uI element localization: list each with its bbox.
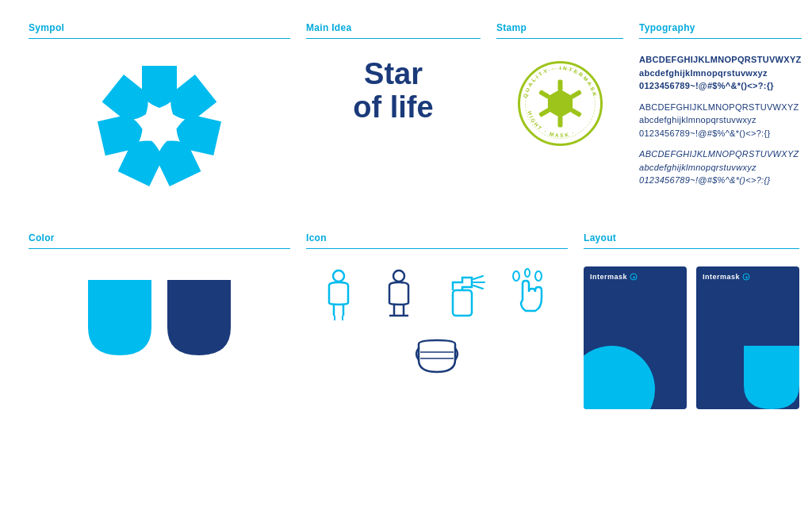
- typo-regular-nums: 0123456789~!@#$%^&*()<>?:{}: [639, 127, 802, 140]
- typo-bold-nums: 0123456789~!@#$%^&*()<>?:{}: [639, 79, 802, 93]
- typo-bold-lower: abcdefghijklmnopqrstuvwxyz: [639, 67, 802, 80]
- icon-label: Icon: [306, 232, 568, 243]
- star-of-life-text: Star of life: [353, 58, 433, 125]
- typography-label: Typography: [639, 22, 802, 33]
- layout-card-2-brand: Intermask: [703, 273, 740, 281]
- svg-marker-2: [547, 90, 572, 118]
- layout-card-1-circle: [584, 346, 655, 409]
- symbol-label: Sympol: [29, 22, 290, 33]
- typo-italic-nums: 0123456789~!@#$%^&*()<>?:{}: [639, 174, 802, 187]
- svg-text:✦: ✦: [632, 275, 636, 280]
- typo-bold-upper: ABCDEFGHIJKLMNOPQRSTUVWXYZ: [639, 53, 802, 67]
- svg-rect-8: [538, 90, 550, 99]
- typo-italic-lower: abcdefghijklmnopqrstuvwxyz: [639, 161, 802, 174]
- navy-shield: [163, 276, 235, 359]
- main-idea-area: Star of life: [306, 50, 481, 140]
- layout-card-2: Intermask ✦: [696, 266, 799, 409]
- brand-star-icon-1: ✦: [630, 273, 638, 281]
- svg-point-27: [535, 271, 542, 281]
- svg-rect-7: [569, 108, 581, 117]
- symbol-area: [29, 50, 290, 209]
- svg-point-16: [393, 270, 404, 282]
- face-mask-icon: [412, 336, 462, 376]
- hand-wash-icon: [507, 268, 556, 324]
- svg-rect-5: [569, 90, 581, 99]
- spray-bottle-icon: [439, 268, 488, 324]
- svg-line-24: [473, 285, 483, 289]
- typo-italic-upper: ABCDEFGHIJKLMNOPQRSTUVWXYZ: [639, 148, 802, 161]
- main-idea-divider: [306, 38, 481, 39]
- star-of-life-svg: [92, 58, 227, 193]
- stamp-divider: [496, 38, 623, 39]
- typo-block-bold: ABCDEFGHIJKLMNOPQRSTUVWXYZ abcdefghijklm…: [639, 53, 802, 93]
- stamp-label: Stamp: [496, 22, 623, 33]
- icon-divider: [306, 248, 568, 249]
- icon-area: [306, 260, 568, 384]
- color-label: Color: [29, 232, 290, 243]
- svg-rect-4: [557, 117, 562, 128]
- color-divider: [29, 248, 290, 249]
- layout-card-1-brand: Intermask: [590, 273, 627, 281]
- symbol-divider: [29, 38, 290, 39]
- color-area: [29, 260, 290, 375]
- svg-point-25: [513, 271, 519, 281]
- svg-line-22: [473, 276, 483, 279]
- person-alt-icon: [378, 268, 419, 324]
- brand-star-icon-2: ✦: [742, 273, 750, 281]
- typography-divider: [639, 38, 802, 39]
- svg-rect-21: [453, 290, 472, 316]
- stamp-svg: QUALITY · INTERMASK HIGHT · MASK ·: [515, 58, 606, 149]
- person-plug-icon: [318, 268, 359, 324]
- typo-block-regular: ABCDEFGHIJKLMNOPQRSTUVWXYZ abcdefghijklm…: [639, 101, 802, 140]
- svg-point-11: [333, 270, 344, 282]
- layout-card-2-shield: [736, 338, 799, 409]
- svg-point-26: [525, 269, 530, 277]
- typo-regular-upper: ABCDEFGHIJKLMNOPQRSTUVWXYZ: [639, 101, 802, 114]
- layout-card-1: Intermask ✦: [584, 266, 687, 409]
- svg-text:✦: ✦: [745, 275, 749, 280]
- stamp-area: QUALITY · INTERMASK HIGHT · MASK ·: [496, 50, 623, 165]
- svg-rect-3: [557, 80, 562, 91]
- cyan-shield: [84, 276, 155, 359]
- typo-block-italic: ABCDEFGHIJKLMNOPQRSTUVWXYZ abcdefghijklm…: [639, 148, 802, 187]
- layout-area: Intermask ✦ Intermask ✦: [584, 260, 799, 416]
- layout-divider: [584, 248, 799, 249]
- layout-label: Layout: [584, 232, 799, 243]
- typo-regular-lower: abcdefghijklmnopqrstuvwxyz: [639, 113, 802, 127]
- main-idea-label: Main Idea: [306, 22, 481, 33]
- svg-rect-6: [538, 108, 550, 117]
- typography-area: ABCDEFGHIJKLMNOPQRSTUVWXYZ abcdefghijklm…: [639, 50, 802, 203]
